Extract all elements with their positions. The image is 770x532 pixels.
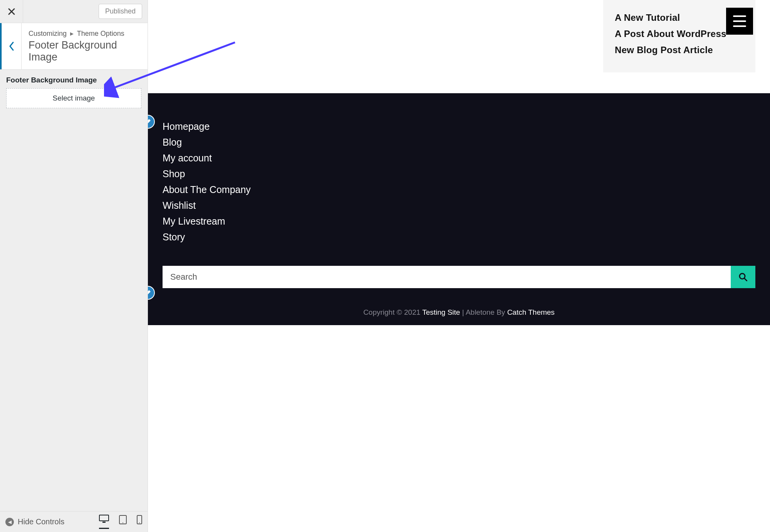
- copyright-mid: | Abletone By: [460, 308, 507, 316]
- footer-nav-item[interactable]: Shop: [163, 168, 755, 180]
- search-submit-button[interactable]: [731, 266, 755, 288]
- footer-search: [163, 266, 755, 288]
- select-image-button[interactable]: Select image: [6, 88, 141, 108]
- footer-nav-item[interactable]: Wishlist: [163, 200, 755, 211]
- search-input[interactable]: [163, 266, 731, 288]
- preview-pane: A New Tutorial A Post About WordPress Ne…: [148, 0, 770, 532]
- hide-controls-button[interactable]: ◀ Hide Controls: [5, 517, 64, 526]
- svg-line-7: [744, 278, 747, 281]
- pencil-icon: [148, 119, 151, 125]
- copyright-site-link[interactable]: Testing Site: [422, 308, 460, 316]
- device-desktop-button[interactable]: [99, 515, 109, 529]
- control-label: Footer Background Image: [6, 76, 141, 84]
- section-head-text: Customizing ▸ Theme Options Footer Backg…: [22, 23, 148, 69]
- edit-shortcut-search[interactable]: [148, 286, 155, 300]
- back-button[interactable]: [2, 23, 22, 69]
- footer-nav: Homepage Blog My account Shop About The …: [163, 121, 755, 243]
- section-header: Customizing ▸ Theme Options Footer Backg…: [0, 23, 148, 70]
- customizer-sidebar: Published Customizing ▸ Theme Options Fo…: [0, 0, 148, 532]
- search-icon: [739, 273, 747, 281]
- svg-rect-1: [102, 522, 106, 523]
- copyright-theme-link[interactable]: Catch Themes: [507, 308, 555, 316]
- footer-nav-item[interactable]: Homepage: [163, 121, 755, 132]
- tablet-icon: [119, 515, 127, 524]
- device-tablet-button[interactable]: [119, 515, 127, 529]
- svg-point-3: [122, 522, 123, 523]
- svg-rect-0: [99, 515, 109, 521]
- hide-controls-icon: ◀: [5, 518, 14, 526]
- copyright-prefix: Copyright © 2021: [363, 308, 422, 316]
- hamburger-bar: [733, 20, 746, 22]
- mobile-icon: [137, 515, 142, 524]
- pencil-icon: [148, 290, 151, 296]
- breadcrumb-leaf: Theme Options: [77, 30, 124, 37]
- breadcrumb-separator: ▸: [70, 30, 74, 37]
- footer-nav-item[interactable]: My Livestream: [163, 216, 755, 227]
- breadcrumb: Customizing ▸ Theme Options: [29, 29, 141, 38]
- footer-nav-item[interactable]: Story: [163, 232, 755, 243]
- recent-post-link[interactable]: A Post About WordPress: [615, 29, 744, 39]
- close-customizer-button[interactable]: [0, 0, 23, 23]
- recent-post-link[interactable]: A New Tutorial: [615, 12, 744, 23]
- sidebar-top-bar: Published: [0, 0, 148, 23]
- footer-nav-item[interactable]: Blog: [163, 137, 755, 148]
- publish-wrap: Published: [23, 4, 148, 19]
- site-footer: Homepage Blog My account Shop About The …: [148, 93, 770, 325]
- edit-shortcut-nav[interactable]: [148, 115, 155, 129]
- footer-nav-item[interactable]: About The Company: [163, 184, 755, 195]
- footer-copyright: Copyright © 2021 Testing Site | Abletone…: [163, 308, 755, 317]
- recent-post-link[interactable]: New Blog Post Article: [615, 45, 744, 55]
- device-switcher: [99, 515, 142, 529]
- menu-toggle-button[interactable]: [726, 8, 753, 35]
- hamburger-bar: [733, 15, 746, 17]
- device-mobile-button[interactable]: [137, 515, 142, 529]
- hide-controls-label: Hide Controls: [18, 517, 64, 526]
- footer-nav-item[interactable]: My account: [163, 153, 755, 164]
- desktop-icon: [99, 515, 109, 523]
- close-icon: [8, 8, 15, 15]
- upper-content: A New Tutorial A Post About WordPress Ne…: [148, 0, 770, 93]
- panel-title: Footer Background Image: [29, 39, 141, 63]
- hamburger-bar: [733, 25, 746, 27]
- panel-body: Footer Background Image Select image: [0, 70, 148, 511]
- svg-point-5: [139, 522, 140, 523]
- publish-status-button[interactable]: Published: [99, 4, 142, 19]
- breadcrumb-root: Customizing: [29, 30, 67, 37]
- chevron-left-icon: [9, 42, 14, 51]
- sidebar-bottom-bar: ◀ Hide Controls: [0, 511, 148, 532]
